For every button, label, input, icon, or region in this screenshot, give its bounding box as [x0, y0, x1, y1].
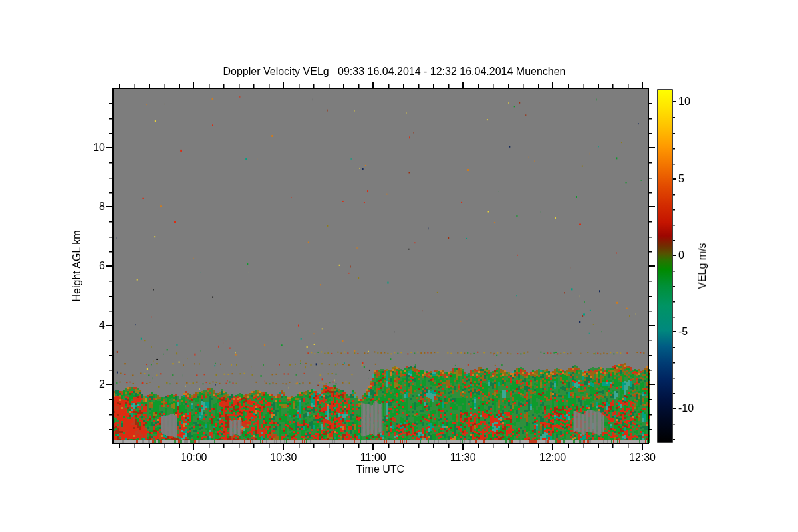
x-tick-label: 12:00: [539, 452, 566, 463]
colorbar-tick-label: 10: [678, 96, 690, 107]
x-tick-label: 12:30: [629, 452, 656, 463]
doppler-velocity-quicklook: Doppler Velocity VELg 09:33 16.04.2014 -…: [0, 0, 798, 532]
velocity-heatmap-canvas: [0, 0, 798, 532]
x-tick-label: 10:00: [180, 452, 207, 463]
x-tick-label: 11:30: [450, 452, 476, 463]
y-tick-label: 4: [73, 320, 105, 331]
y-tick-label: 8: [73, 201, 105, 212]
x-axis-label: Time UTC: [356, 464, 404, 475]
x-tick-label: 11:00: [360, 452, 386, 463]
colorbar-label: VELg m/s: [697, 243, 708, 289]
y-tick-label: 10: [73, 142, 105, 153]
chart-title: Doppler Velocity VELg 09:33 16.04.2014 -…: [113, 66, 676, 77]
colorbar-tick-label: 5: [678, 174, 684, 184]
colorbar-tick-label: -10: [678, 403, 694, 414]
colorbar-tick-label: 0: [678, 250, 684, 261]
colorbar-tick-label: -5: [678, 327, 688, 337]
y-tick-label: 2: [73, 379, 105, 390]
y-tick-label: 6: [73, 261, 105, 271]
x-tick-label: 10:30: [270, 452, 297, 463]
